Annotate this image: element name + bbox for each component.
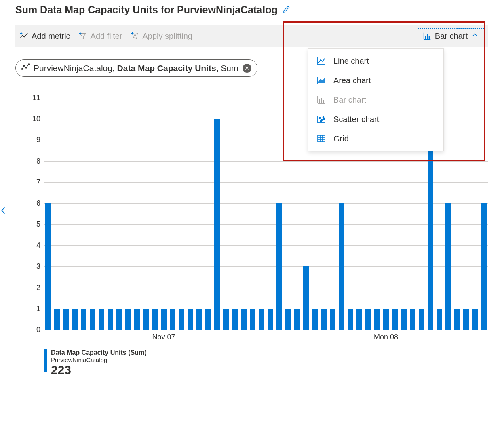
chart-type-option-area[interactable]: Area chart	[308, 71, 443, 90]
y-axis-label: 8	[29, 157, 40, 165]
bar[interactable]	[481, 203, 487, 330]
bar[interactable]	[81, 309, 86, 330]
page-title: Sum Data Map Capacity Units for PurviewN…	[15, 4, 278, 16]
bar[interactable]	[259, 309, 264, 330]
bar[interactable]	[232, 309, 238, 330]
edit-title-icon[interactable]	[282, 5, 291, 15]
gridline	[44, 161, 488, 162]
bar[interactable]	[392, 309, 398, 330]
chart-legend: Data Map Capacity Units (Sum) PurviewNin…	[44, 349, 504, 377]
scroll-left-icon[interactable]	[0, 206, 8, 217]
bar[interactable]	[463, 309, 469, 330]
metric-chip[interactable]: PurviewNinjaCatalog, Data Map Capacity U…	[15, 59, 257, 77]
bar[interactable]	[312, 309, 318, 330]
legend-series: Data Map Capacity Units (Sum)	[51, 349, 146, 356]
bar[interactable]	[241, 309, 247, 330]
svg-point-33	[323, 117, 324, 118]
svg-point-16	[21, 69, 23, 70]
bar[interactable]	[330, 309, 335, 330]
bar[interactable]	[205, 309, 211, 330]
bar[interactable]	[45, 203, 51, 330]
bar[interactable]	[339, 203, 344, 330]
menu-label: Grid	[333, 134, 349, 143]
chart-type-option-grid[interactable]: Grid	[308, 129, 443, 148]
bar[interactable]	[437, 309, 442, 330]
bar[interactable]	[152, 309, 158, 330]
legend-value: 223	[51, 363, 146, 377]
bar[interactable]	[196, 309, 202, 330]
bar[interactable]	[356, 309, 362, 330]
add-filter-button[interactable]: Add filter	[78, 32, 122, 41]
bar[interactable]	[108, 309, 113, 330]
chart-type-button[interactable]: Bar chart	[418, 28, 484, 44]
menu-label: Scatter chart	[333, 115, 379, 124]
bar[interactable]	[116, 309, 122, 330]
bar[interactable]	[179, 309, 184, 330]
bar[interactable]	[90, 309, 95, 330]
chip-resource: PurviewNinjaCatalog	[34, 63, 112, 73]
y-axis-label: 0	[29, 326, 40, 334]
y-axis-label: 11	[29, 94, 40, 102]
bar[interactable]	[321, 309, 327, 330]
y-axis-label: 2	[29, 283, 40, 292]
gridline	[44, 288, 488, 288]
bar[interactable]	[445, 203, 451, 330]
bar[interactable]	[428, 140, 433, 330]
bar[interactable]	[419, 309, 424, 330]
bar[interactable]	[214, 119, 220, 330]
legend-resource: PurviewNinjaCatalog	[51, 356, 146, 363]
bar[interactable]	[410, 309, 415, 330]
bar[interactable]	[250, 309, 255, 330]
bar[interactable]	[303, 266, 309, 330]
y-axis-label: 7	[29, 178, 40, 186]
bar[interactable]	[454, 309, 460, 330]
bar[interactable]	[143, 309, 149, 330]
chart-type-option-line[interactable]: Line chart	[308, 51, 443, 71]
chart-type-option-scatter[interactable]: Scatter chart	[308, 109, 443, 129]
svg-rect-26	[319, 99, 320, 103]
bar[interactable]	[401, 309, 407, 330]
chip-metric: Data Map Capacity Units,	[117, 63, 219, 73]
bar[interactable]	[125, 309, 131, 330]
svg-point-7	[133, 37, 134, 38]
bar[interactable]	[348, 309, 353, 330]
bar[interactable]	[99, 309, 104, 330]
chip-remove-icon[interactable]: ✕	[243, 64, 251, 73]
apply-splitting-button[interactable]: Apply splitting	[131, 32, 192, 41]
bar[interactable]	[188, 309, 193, 330]
bar[interactable]	[72, 309, 78, 330]
bar[interactable]	[54, 309, 60, 330]
chevron-up-icon	[471, 31, 479, 41]
bar[interactable]	[472, 309, 478, 330]
x-axis-label: Nov 07	[152, 333, 175, 341]
bar[interactable]	[365, 309, 371, 330]
svg-point-17	[23, 65, 25, 66]
apply-splitting-label: Apply splitting	[143, 32, 192, 41]
bar[interactable]	[276, 203, 282, 330]
add-metric-button[interactable]: Add metric	[19, 32, 70, 41]
gridline	[44, 182, 488, 183]
bar-chart-icon	[316, 95, 326, 105]
bar[interactable]	[294, 309, 300, 330]
bar[interactable]	[268, 309, 273, 330]
chip-agg: Sum	[221, 63, 238, 73]
svg-rect-13	[425, 36, 426, 39]
area-chart-icon	[316, 76, 326, 85]
bar[interactable]	[285, 309, 291, 330]
y-axis-label: 10	[29, 115, 40, 123]
svg-point-8	[136, 38, 137, 39]
chart-type-label: Bar chart	[435, 32, 468, 41]
bar[interactable]	[134, 309, 140, 330]
svg-point-18	[25, 67, 27, 68]
bar[interactable]	[63, 309, 69, 330]
bar[interactable]	[223, 309, 229, 330]
svg-rect-28	[323, 100, 324, 103]
bar[interactable]	[374, 309, 380, 330]
svg-rect-36	[318, 135, 325, 142]
chart-type-option-bar: Bar chart	[308, 90, 443, 109]
bar[interactable]	[170, 309, 175, 330]
svg-point-6	[137, 33, 138, 34]
bar[interactable]	[383, 309, 389, 330]
bar[interactable]	[161, 309, 167, 330]
grid-icon	[316, 134, 326, 143]
